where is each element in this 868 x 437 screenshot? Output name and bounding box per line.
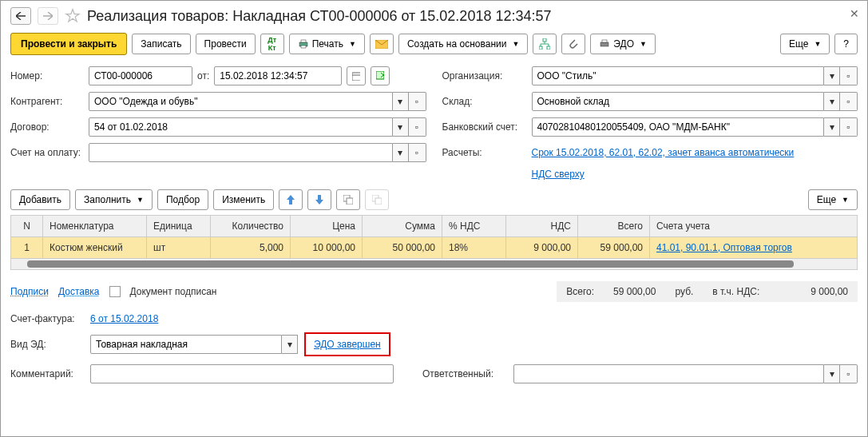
paste-button[interactable] [365,189,389,210]
change-button[interactable]: Изменить [213,189,274,210]
table-row[interactable]: 1 Костюм женский шт 5,000 10 000,00 50 0… [11,237,858,259]
contract-input[interactable] [89,117,393,137]
settlements-link[interactable]: Срок 15.02.2018, 62.01, 62.02, зачет ава… [532,147,795,158]
dt-kt-icon: ДтКт [268,36,276,52]
col-n[interactable]: N [11,216,43,237]
email-button[interactable] [370,34,394,54]
responsible-dropdown[interactable]: ▾ [824,364,840,383]
sf-link[interactable]: 6 от 15.02.2018 [90,313,158,324]
debit-credit-button[interactable]: ДтКт [260,34,284,54]
svg-rect-15 [375,198,382,205]
ed-type-input[interactable] [90,335,282,354]
ed-type-label: Вид ЭД: [10,339,84,350]
svg-rect-13 [347,198,353,205]
structure-button[interactable] [533,34,557,54]
arrow-left-icon [16,12,26,20]
svg-rect-9 [352,73,360,81]
contract-dropdown[interactable]: ▾ [393,117,409,137]
col-sum[interactable]: Сумма [363,216,442,237]
posted-indicator[interactable] [371,66,390,85]
warehouse-input[interactable] [532,92,825,111]
favorite-star-icon[interactable] [65,8,81,24]
number-input[interactable] [89,66,192,85]
svg-rect-4 [543,38,546,42]
calendar-button[interactable] [347,66,366,85]
posted-icon [376,71,384,81]
responsible-open[interactable]: ▫ [840,364,858,383]
horizontal-scrollbar[interactable] [10,259,858,270]
total-value: 59 000,00 [613,286,656,297]
save-button[interactable]: Записать [132,34,190,54]
nav-forward-button[interactable] [38,7,58,25]
post-close-button[interactable]: Провести и закрыть [10,33,127,55]
signed-checkbox[interactable] [109,286,121,297]
col-total[interactable]: Всего [578,216,650,237]
counterparty-input[interactable] [89,92,393,111]
accounts-link[interactable]: 41.01, 90.01.1, Оптовая торгов [656,242,792,253]
page-title: Реализация товаров: Накладная СТ00-00000… [87,8,551,25]
counterparty-dropdown[interactable]: ▾ [393,92,409,111]
vat-mode-link[interactable]: НДС сверху [532,169,585,180]
delivery-link[interactable]: Доставка [58,286,100,297]
counterparty-label: Контрагент: [10,96,84,107]
invoice-dropdown[interactable]: ▾ [393,143,409,162]
responsible-label: Ответственный: [422,368,507,379]
close-button[interactable]: ✕ [850,7,859,20]
print-button[interactable]: Печать▼ [289,34,365,54]
move-up-button[interactable] [279,189,303,210]
fill-button[interactable]: Заполнить▼ [75,189,153,210]
invoice-input[interactable] [89,143,393,162]
col-nomenclature[interactable]: Номенклатура [43,216,147,237]
col-price[interactable]: Цена [291,216,363,237]
move-down-button[interactable] [307,189,331,210]
bank-open[interactable]: ▫ [840,117,858,137]
arrow-up-icon [287,195,295,205]
copy-button[interactable] [336,189,360,210]
edo-button[interactable]: ЭДО▼ [590,34,656,54]
help-button[interactable]: ? [834,34,858,54]
contract-open[interactable]: ▫ [409,117,426,137]
warehouse-label: Склад: [442,96,527,107]
structure-icon [539,38,550,50]
col-accounts[interactable]: Счета учета [650,216,858,237]
date-input[interactable] [214,66,342,85]
svg-rect-8 [602,40,607,42]
currency-label: руб. [675,286,693,297]
create-based-on-button[interactable]: Создать на основании▼ [398,34,528,54]
signatures-link[interactable]: Подписи [10,286,49,297]
org-dropdown[interactable]: ▾ [824,66,840,85]
org-input[interactable] [532,66,825,85]
attachment-button[interactable] [561,34,585,54]
col-unit[interactable]: Единица [147,216,211,237]
more-button[interactable]: Еще▼ [780,34,830,54]
envelope-icon [375,40,388,49]
col-vat-pct[interactable]: % НДС [442,216,506,237]
table-more-button[interactable]: Еще▼ [808,189,858,210]
bank-dropdown[interactable]: ▾ [824,117,840,137]
settlements-label: Расчеты: [442,147,527,158]
org-open[interactable]: ▫ [840,66,858,85]
add-row-button[interactable]: Добавить [10,189,70,210]
svg-rect-1 [301,40,306,42]
bank-input[interactable] [532,117,825,137]
counterparty-open[interactable]: ▫ [409,92,426,111]
number-label: Номер: [10,70,84,81]
responsible-input[interactable] [513,364,824,383]
ed-type-dropdown[interactable]: ▾ [282,335,298,354]
bank-label: Банковский счет: [442,121,527,133]
edo-done-link[interactable]: ЭДО завершен [314,339,381,350]
post-button[interactable]: Провести [196,34,256,54]
warehouse-open[interactable]: ▫ [840,92,858,111]
pick-button[interactable]: Подбор [157,189,208,210]
comment-input[interactable] [90,364,394,383]
signed-label: Документ подписан [130,286,217,297]
col-qty[interactable]: Количество [211,216,291,237]
invoice-open[interactable]: ▫ [409,143,426,162]
vat-incl-label: в т.ч. НДС: [712,286,759,297]
contract-label: Договор: [10,121,84,133]
nav-back-button[interactable] [10,7,31,25]
warehouse-dropdown[interactable]: ▾ [824,92,840,111]
total-label: Всего: [566,286,594,297]
col-vat[interactable]: НДС [506,216,578,237]
printer-icon [298,39,309,49]
